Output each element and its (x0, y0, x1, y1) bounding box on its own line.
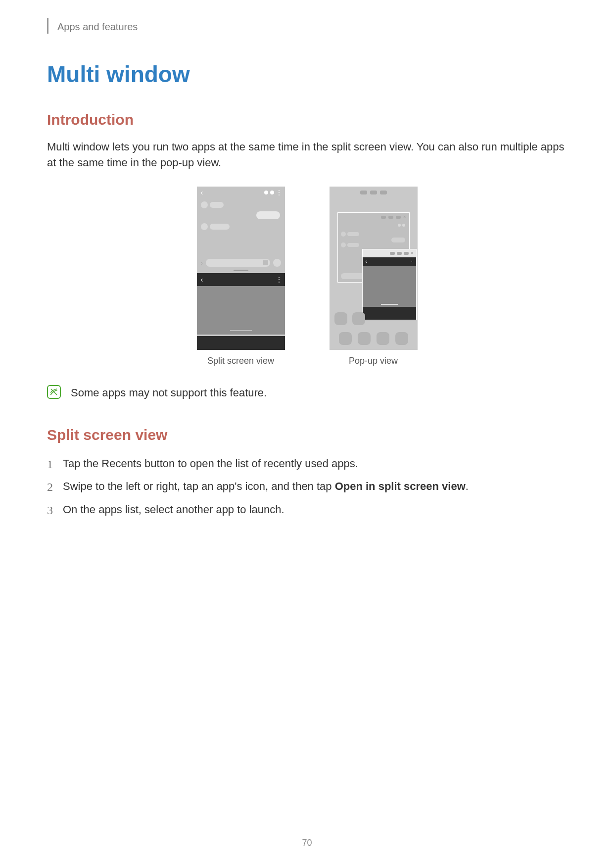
phone-split-screen: ‹ ⋮ › (197, 187, 285, 350)
note-block: Some apps may not support this feature. (47, 384, 567, 401)
page-number: 70 (0, 838, 614, 848)
section-split-heading: Split screen view (47, 427, 567, 443)
popup-window-2: × ‹ ⋮ (362, 249, 417, 320)
step-number: 1 (47, 454, 56, 475)
more-icon: ⋮ (410, 259, 413, 264)
more-icon: ⋮ (276, 276, 281, 283)
step-item: 2 Swipe to the left or right, tap an app… (47, 477, 567, 497)
screenshot-split: ‹ ⋮ › (197, 187, 285, 366)
phone-popup-view: × × ‹ ⋮ (330, 187, 418, 350)
page-title: Multi window (47, 61, 567, 88)
screenshot-row: ‹ ⋮ › (47, 187, 567, 366)
back-icon: ‹ (366, 259, 367, 264)
back-icon: ‹ (201, 276, 203, 284)
more-icon: ⋮ (276, 189, 281, 196)
close-icon: × (411, 250, 414, 256)
close-icon: × (403, 214, 406, 220)
caption-split: Split screen view (207, 356, 274, 366)
step-item: 3 On the apps list, select another app t… (47, 500, 567, 521)
note-text: Some apps may not support this feature. (71, 384, 267, 401)
intro-paragraph: Multi window lets you run two apps at th… (47, 139, 567, 171)
steps-list: 1 Tap the Recents button to open the lis… (47, 454, 567, 521)
breadcrumb-divider (47, 18, 48, 34)
breadcrumb: Apps and features (47, 20, 567, 34)
section-intro-heading: Introduction (47, 111, 567, 128)
step-item: 1 Tap the Recents button to open the lis… (47, 454, 567, 475)
screenshot-popup: × × ‹ ⋮ (330, 187, 418, 366)
back-icon: ‹ (201, 189, 203, 196)
breadcrumb-text: Apps and features (57, 21, 138, 33)
caption-popup: Pop-up view (349, 356, 398, 366)
step-number: 3 (47, 500, 56, 521)
step-number: 2 (47, 477, 56, 497)
note-icon (47, 385, 61, 399)
